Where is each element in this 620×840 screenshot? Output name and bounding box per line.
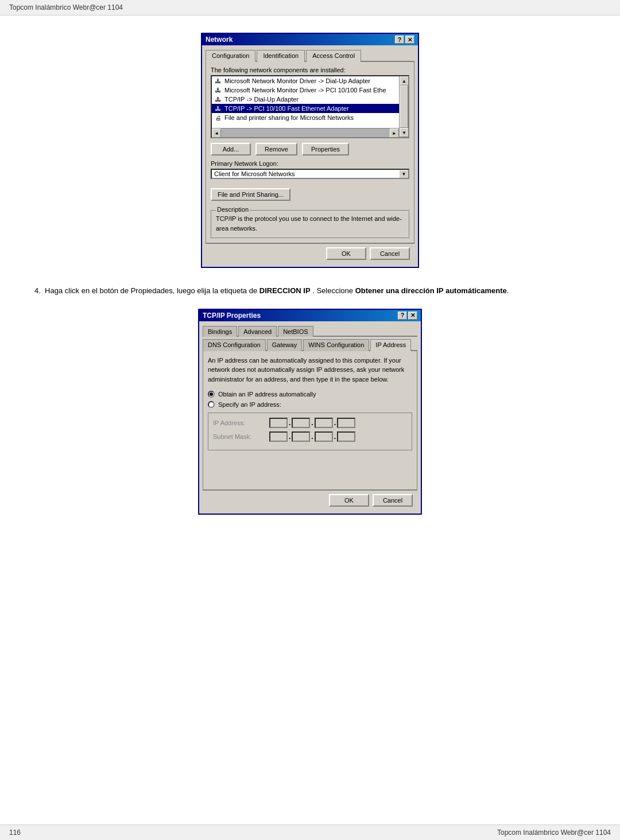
tcpip-close-button[interactable]: ✕ xyxy=(408,312,417,320)
instruction-bold2: Obtener una dirección IP automáticamente xyxy=(355,286,507,295)
tcpip-help-button[interactable]: ? xyxy=(398,312,407,320)
tcpip-tabs-row2: DNS Configuration Gateway WINS Configura… xyxy=(203,338,417,351)
list-item: 🖧 Microsoft Network Monitor Driver -> Di… xyxy=(212,76,399,85)
list-scrollbar-v[interactable]: ▲ ▼ xyxy=(399,76,408,137)
instruction-middle: . Seleccione xyxy=(312,286,353,295)
component-icon: 🖨 xyxy=(214,114,222,122)
component-icon: 🖧 xyxy=(214,104,222,112)
tab-bindings[interactable]: Bindings xyxy=(203,326,237,337)
sharing-button[interactable]: File and Print Sharing... xyxy=(211,188,290,201)
radio-group: Obtain an IP address automatically Speci… xyxy=(208,391,412,408)
scroll-thumb[interactable] xyxy=(400,85,408,128)
subnet-seg1[interactable] xyxy=(269,431,288,442)
tcpip-dialog-body: Bindings Advanced NetBIOS DNS Configurat… xyxy=(199,321,421,514)
primary-network-dropdown[interactable]: Client for Microsoft Networks ▼ xyxy=(211,169,409,184)
list-item: 🖨 File and printer sharing for Microsoft… xyxy=(212,113,399,122)
instruction-before: Haga click en el botón de Propiedades, l… xyxy=(45,286,257,295)
add-button[interactable]: Add... xyxy=(211,143,251,155)
tab-gateway[interactable]: Gateway xyxy=(267,339,302,351)
subnet-dot2: . xyxy=(311,431,313,442)
sharing-section: File and Print Sharing... xyxy=(211,188,409,205)
titlebar-buttons: ? ✕ xyxy=(395,36,414,44)
instruction-number: 4. xyxy=(34,286,41,295)
primary-network-label: Primary Network Logon: xyxy=(211,160,409,167)
subnet-dot1: . xyxy=(289,431,290,442)
ip-info-text: An IP address can be automatically assig… xyxy=(208,356,412,384)
network-dialog: Network ? ✕ Configuration Identification… xyxy=(201,33,419,268)
network-buttons-row: Add... Remove Properties xyxy=(211,143,409,155)
radio-auto-label: Obtain an IP address automatically xyxy=(218,391,316,398)
list-item-selected[interactable]: 🖧 TCP/IP -> PCI 10/100 Fast Ethernet Ada… xyxy=(212,104,399,113)
remove-button[interactable]: Remove xyxy=(255,143,297,155)
scroll-up-arrow[interactable]: ▲ xyxy=(400,76,409,85)
tab-dns[interactable]: DNS Configuration xyxy=(203,339,266,351)
ip-dot1: . xyxy=(289,418,290,428)
network-tabs: Configuration Identification Access Cont… xyxy=(206,49,414,62)
tab-wins[interactable]: WINS Configuration xyxy=(303,339,369,351)
network-dialog-title: Network xyxy=(206,36,232,44)
tcpip-dialog-titlebar: TCP/IP Properties ? ✕ xyxy=(199,310,421,321)
network-components-list[interactable]: 🖧 Microsoft Network Monitor Driver -> Di… xyxy=(211,75,409,138)
close-button[interactable]: ✕ xyxy=(405,36,414,44)
ip-address-row: IP Address: . . . xyxy=(213,418,407,428)
radio-specify[interactable]: Specify an IP address: xyxy=(208,401,412,408)
ip-seg2[interactable] xyxy=(292,418,310,428)
tab-configuration[interactable]: Configuration xyxy=(206,50,255,62)
network-dialog-titlebar: Network ? ✕ xyxy=(202,34,418,45)
subnet-mask-input-group: . . . xyxy=(269,431,355,442)
tab-identification[interactable]: Identification xyxy=(257,50,305,62)
scroll-left-arrow[interactable]: ◄ xyxy=(212,129,221,138)
ip-dot2: . xyxy=(311,418,313,428)
network-dialog-footer: OK Cancel xyxy=(206,243,414,263)
ip-seg1[interactable] xyxy=(269,418,288,428)
radio-auto[interactable]: Obtain an IP address automatically xyxy=(208,391,412,398)
radio-specify-input[interactable] xyxy=(208,401,215,408)
list-item: 🖧 Microsoft Network Monitor Driver -> PC… xyxy=(212,85,399,95)
list-scrollbar-h[interactable]: ◄ ► xyxy=(212,128,399,137)
cancel-button[interactable]: Cancel xyxy=(370,247,410,260)
tab-advanced[interactable]: Advanced xyxy=(238,326,277,337)
page-number: 116 xyxy=(9,829,21,837)
radio-auto-input[interactable] xyxy=(208,391,215,398)
ip-address-input-group: . . . xyxy=(269,418,355,428)
primary-network-wrapper: Client for Microsoft Networks ▼ xyxy=(211,169,409,179)
network-dialog-body: Configuration Identification Access Cont… xyxy=(202,45,418,267)
ip-address-label: IP Address: xyxy=(213,419,265,426)
tcpip-ok-button[interactable]: OK xyxy=(329,494,369,507)
specify-ip-section: IP Address: . . . Subnet M xyxy=(208,413,412,450)
primary-network-value: Client for Microsoft Networks xyxy=(212,170,399,178)
subnet-seg3[interactable] xyxy=(315,431,333,442)
ip-seg4[interactable] xyxy=(337,418,355,428)
tcpip-cancel-button[interactable]: Cancel xyxy=(373,494,413,507)
subnet-mask-label: Subnet Mask: xyxy=(213,433,265,440)
ip-address-tab-content: An IP address can be automatically assig… xyxy=(203,351,417,491)
component-icon: 🖧 xyxy=(214,86,222,94)
scroll-down-arrow[interactable]: ▼ xyxy=(400,128,409,137)
instruction-text: 4. Haga click en el botón de Propiedades… xyxy=(34,285,586,297)
configuration-tab-content: The following network components are ins… xyxy=(206,62,414,243)
subnet-seg2[interactable] xyxy=(292,431,310,442)
ip-seg3[interactable] xyxy=(315,418,333,428)
properties-button[interactable]: Properties xyxy=(302,143,349,155)
tcpip-dialog: TCP/IP Properties ? ✕ Bindings Advanced … xyxy=(198,309,422,515)
instruction-after: . xyxy=(507,286,509,295)
tab-netbios[interactable]: NetBIOS xyxy=(278,326,313,337)
scroll-right-arrow[interactable]: ► xyxy=(390,129,399,138)
scroll-track-h xyxy=(221,129,390,137)
component-icon: 🖧 xyxy=(214,95,222,103)
list-item: 🖧 TCP/IP -> Dial-Up Adapter xyxy=(212,95,399,104)
ok-button[interactable]: OK xyxy=(326,247,366,260)
spacer xyxy=(208,450,412,485)
main-content: Network ? ✕ Configuration Identification… xyxy=(0,15,620,532)
tcpip-tabs-row1: Bindings Advanced NetBIOS xyxy=(203,325,417,337)
subnet-seg4[interactable] xyxy=(337,431,355,442)
description-label: Description xyxy=(216,206,250,213)
footer-title: Topcom Inalámbrico Webr@cer 1104 xyxy=(497,829,611,837)
description-text: TCP/IP is the protocol you use to connec… xyxy=(216,214,404,233)
help-button[interactable]: ? xyxy=(395,36,404,44)
primary-network-dropdown-arrow[interactable]: ▼ xyxy=(399,170,408,178)
component-icon: 🖧 xyxy=(214,77,222,85)
tab-ip-address[interactable]: IP Address xyxy=(370,339,411,351)
tab-access-control[interactable]: Access Control xyxy=(306,50,361,62)
subnet-dot3: . xyxy=(334,431,336,442)
